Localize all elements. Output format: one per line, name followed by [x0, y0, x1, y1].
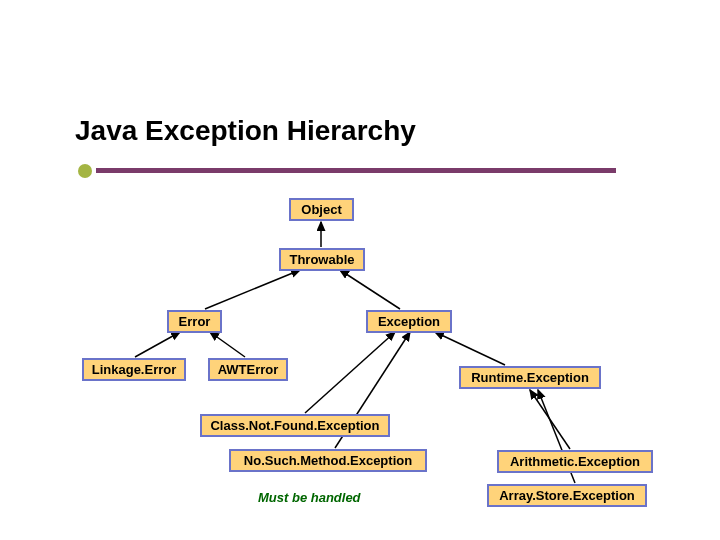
- node-awt-error: AWTError: [208, 358, 288, 381]
- node-no-such-method: No.Such.Method.Exception: [229, 449, 427, 472]
- bullet-icon: [78, 164, 92, 178]
- node-arithmetic-exception: Arithmetic.Exception: [497, 450, 653, 473]
- node-linkage-error: Linkage.Error: [82, 358, 186, 381]
- svg-line-2: [205, 270, 300, 309]
- svg-line-7: [305, 332, 395, 413]
- node-runtime-exception: Runtime.Exception: [459, 366, 601, 389]
- svg-line-5: [210, 332, 245, 357]
- caption-must-be-handled: Must be handled: [258, 490, 361, 505]
- node-exception: Exception: [366, 310, 452, 333]
- node-class-not-found: Class.Not.Found.Exception: [200, 414, 390, 437]
- node-array-store-exception: Array.Store.Exception: [487, 484, 647, 507]
- node-throwable: Throwable: [279, 248, 365, 271]
- svg-line-9: [530, 390, 570, 449]
- svg-line-6: [435, 332, 505, 365]
- title-divider: [96, 168, 616, 173]
- node-error: Error: [167, 310, 222, 333]
- svg-line-3: [340, 270, 400, 309]
- page-title: Java Exception Hierarchy: [75, 115, 416, 147]
- svg-line-4: [135, 332, 180, 357]
- node-object: Object: [289, 198, 354, 221]
